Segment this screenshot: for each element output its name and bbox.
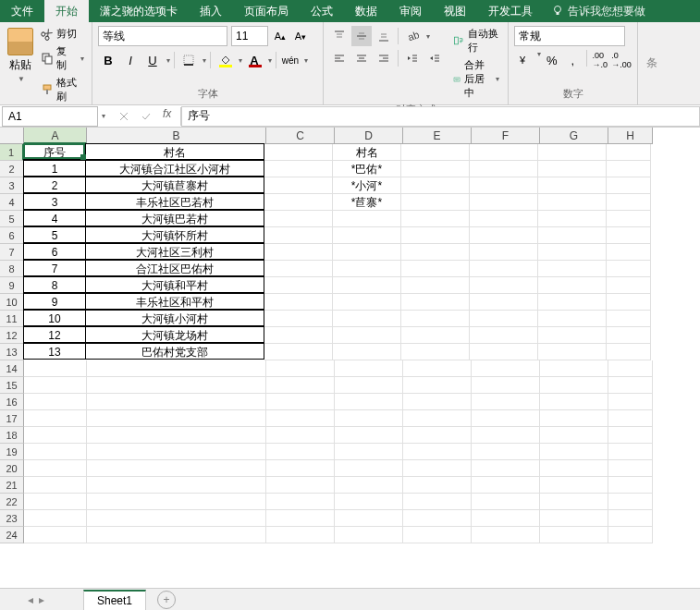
cell[interactable] [87, 494, 266, 510]
cell[interactable] [607, 344, 651, 360]
underline-button[interactable]: U [142, 50, 163, 70]
cell[interactable] [472, 427, 540, 444]
cell[interactable] [264, 311, 333, 327]
cell[interactable] [401, 277, 470, 294]
tab-view[interactable]: 视图 [433, 0, 477, 22]
row-header[interactable]: 8 [0, 261, 24, 277]
cell[interactable]: 13 [23, 343, 86, 360]
cell[interactable] [87, 377, 266, 394]
align-left-button[interactable] [329, 48, 350, 68]
cell[interactable] [470, 144, 538, 161]
cell[interactable] [403, 510, 472, 527]
column-header[interactable]: G [540, 128, 608, 144]
fx-button[interactable]: fx [157, 107, 177, 126]
cell[interactable] [264, 244, 333, 261]
cell[interactable] [403, 394, 472, 410]
column-header[interactable]: B [87, 128, 266, 144]
cell[interactable] [264, 277, 333, 294]
cell[interactable] [264, 177, 333, 194]
column-header[interactable]: F [472, 128, 540, 144]
cell[interactable]: 大河镇和平村 [85, 276, 264, 293]
cell[interactable] [608, 410, 653, 427]
cell[interactable] [472, 410, 540, 427]
cell[interactable] [335, 360, 403, 377]
cell[interactable] [335, 410, 403, 427]
cell[interactable] [401, 211, 470, 227]
tell-me-search[interactable]: 告诉我您想要做 [551, 4, 645, 19]
cell[interactable] [538, 177, 607, 194]
decrease-indent-button[interactable] [402, 48, 423, 68]
cell[interactable] [538, 161, 607, 177]
cell[interactable] [538, 294, 607, 311]
cell[interactable] [24, 460, 87, 477]
cell[interactable] [403, 527, 472, 543]
cell[interactable]: 大河镇合江社区小河村 [85, 160, 264, 177]
tab-review[interactable]: 审阅 [388, 0, 433, 22]
row-header[interactable]: 3 [0, 177, 24, 194]
cell[interactable] [24, 527, 87, 543]
cell[interactable] [608, 394, 653, 410]
border-button[interactable] [178, 50, 199, 70]
cell[interactable] [538, 327, 607, 344]
font-size-select[interactable] [231, 26, 268, 46]
grow-font-button[interactable]: A▴ [272, 27, 289, 45]
row-header[interactable]: 13 [0, 344, 24, 360]
align-center-button[interactable] [351, 48, 372, 68]
cell[interactable] [266, 410, 335, 427]
cell[interactable] [266, 477, 335, 494]
cell[interactable] [24, 410, 87, 427]
cell[interactable] [470, 211, 538, 227]
cell[interactable]: 大河镇龙场村 [85, 326, 264, 343]
confirm-edit-button[interactable] [135, 107, 157, 126]
cell[interactable] [266, 444, 335, 460]
tab-insert[interactable]: 插入 [189, 0, 233, 22]
cell[interactable] [401, 177, 470, 194]
align-top-button[interactable] [329, 26, 350, 46]
cell[interactable] [266, 360, 335, 377]
paste-button[interactable]: 粘贴 ▼ [6, 26, 35, 104]
tab-page-layout[interactable]: 页面布局 [233, 0, 300, 22]
row-header[interactable]: 18 [0, 427, 24, 444]
name-box-dropdown[interactable]: ▾ [102, 112, 105, 120]
cell[interactable]: 6 [23, 243, 86, 260]
cell[interactable]: 3 [23, 193, 86, 210]
cell[interactable] [540, 527, 608, 543]
cell[interactable] [266, 427, 335, 444]
cell[interactable] [607, 244, 651, 261]
accounting-format-button[interactable]: ¥ [514, 50, 534, 70]
cell[interactable] [24, 494, 87, 510]
cell[interactable] [607, 194, 651, 211]
cell[interactable] [540, 394, 608, 410]
cell[interactable] [24, 444, 87, 460]
pinyin-button[interactable]: wén [280, 50, 301, 70]
cell[interactable]: 大河镇苣寨村 [85, 177, 264, 193]
cell[interactable] [540, 444, 608, 460]
cell[interactable] [333, 311, 401, 327]
cell[interactable] [540, 494, 608, 510]
cell[interactable] [470, 294, 538, 311]
cell[interactable] [470, 344, 538, 360]
row-header[interactable]: 6 [0, 227, 24, 244]
font-family-select[interactable] [98, 26, 227, 46]
cell[interactable]: 12 [23, 326, 86, 343]
cell[interactable]: 5 [23, 226, 86, 243]
cell[interactable] [608, 377, 653, 394]
cell[interactable] [87, 360, 266, 377]
cell[interactable]: 9 [23, 293, 86, 310]
cell[interactable] [540, 360, 608, 377]
row-header[interactable]: 21 [0, 477, 24, 494]
cell[interactable] [538, 277, 607, 294]
cell[interactable] [333, 227, 401, 244]
cell[interactable] [333, 344, 401, 360]
orientation-button[interactable]: ab [402, 26, 423, 46]
row-header[interactable]: 4 [0, 194, 24, 211]
cell[interactable] [335, 494, 403, 510]
cell[interactable] [335, 460, 403, 477]
shrink-font-button[interactable]: A▾ [292, 27, 309, 45]
cell[interactable] [335, 394, 403, 410]
cell[interactable] [470, 311, 538, 327]
cell[interactable] [607, 311, 651, 327]
wrap-text-button[interactable]: 自动换行 [450, 26, 502, 55]
cell[interactable] [87, 510, 266, 527]
cell[interactable]: 丰乐社区巴若村 [85, 193, 264, 210]
